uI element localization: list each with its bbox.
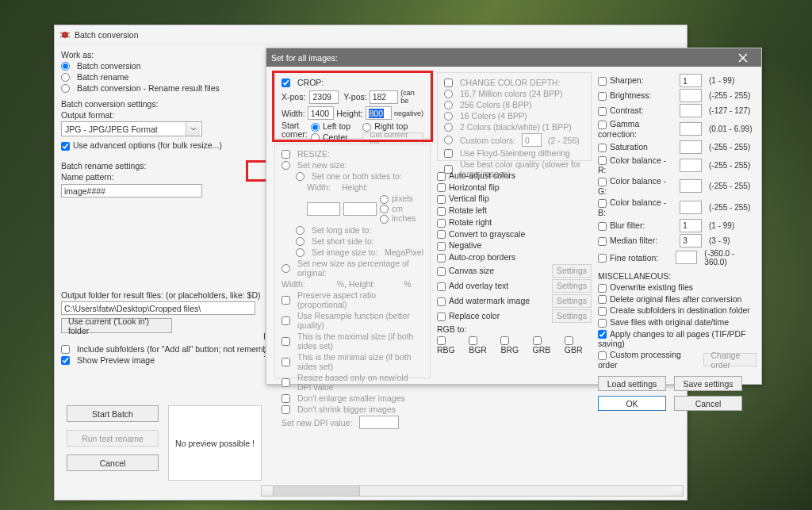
filter-val-3[interactable] (680, 122, 702, 136)
chk-filter-10[interactable]: Fine rotation: (598, 253, 672, 263)
preview-box: No preview possible ! (168, 405, 262, 481)
set-for-all-window: Set for all images: CROP: X-pos: 2309 Y-… (266, 48, 762, 385)
chk-filter-2[interactable]: Contrast: (598, 105, 676, 116)
chk-rgb-GRB[interactable]: GRB (533, 336, 560, 355)
settings-button-8: Settings (552, 264, 592, 278)
filter-val-4[interactable] (680, 140, 702, 154)
scroll-thumb[interactable] (273, 486, 360, 496)
run-test-button: Run test rename (67, 430, 159, 447)
name-pattern-input[interactable]: image#### (61, 184, 202, 197)
chk-misc2-1[interactable]: Delete original files after conversion (598, 294, 741, 305)
chk-misc-0[interactable]: Auto-adjust colors (437, 171, 515, 181)
resize-h (343, 202, 377, 216)
resize-w (307, 202, 340, 216)
crop-ypos-input[interactable]: 182 (370, 90, 399, 104)
chevron-down-icon (186, 122, 200, 136)
chk-filter-6[interactable]: Color balance - G: (598, 176, 676, 196)
chk-misc-11[interactable]: Replace color (437, 311, 500, 321)
cancel-button[interactable]: Cancel (674, 396, 742, 411)
chk-misc2-3[interactable]: Save files with original date/time (598, 317, 729, 328)
chk-misc-10[interactable]: Add watermark image (437, 296, 530, 306)
crop-group: CROP: X-pos: 2309 Y-pos: 182 (can be Wid… (274, 72, 431, 139)
chk-misc-4[interactable]: Rotate right (437, 217, 492, 228)
ccd-group: CHANGE COLOR DEPTH: 16,7 Million colors … (437, 72, 592, 161)
chk-filter-3[interactable]: Gamma correction: (598, 119, 676, 139)
resize-group: RESIZE: Set new size: Set one or both si… (274, 144, 431, 378)
filter-val-5[interactable] (680, 159, 702, 172)
r-newsize: Set new size: (282, 160, 423, 170)
chk-rgb-RBG[interactable]: RBG (437, 336, 464, 355)
use-current-folder-button[interactable]: Use current ('Look in') folder (61, 318, 172, 333)
chk-misc-2[interactable]: Vertical flip (437, 194, 489, 204)
titlebar-setforall[interactable]: Set for all images: (266, 48, 761, 67)
app-icon (59, 29, 71, 40)
crop-height-input[interactable]: 800 (366, 106, 392, 120)
chk-filter-5[interactable]: Color balance - R: (598, 155, 676, 175)
filter-val-0[interactable]: 1 (680, 74, 702, 87)
close-icon[interactable] (730, 48, 756, 67)
output-folder-input[interactable]: C:\Users\fatw\Desktop\Cropped files\ (61, 301, 255, 315)
chk-misc-7[interactable]: Auto-crop borders (437, 252, 515, 263)
crop-width-input[interactable]: 1400 (308, 106, 334, 120)
chk-filter-4[interactable]: Saturation (598, 142, 676, 152)
corner-lt[interactable]: Left top (311, 121, 359, 132)
crop-xpos-input[interactable]: 2309 (309, 90, 339, 104)
chk-crop[interactable]: CROP: (282, 78, 423, 87)
dpi-input[interactable] (359, 416, 399, 429)
scroll-left-icon[interactable] (262, 486, 273, 496)
chk-misc-8[interactable]: Canvas size (437, 266, 494, 276)
chk-rgb-BGR[interactable]: BGR (469, 336, 496, 355)
setforall-title: Set for all images: (271, 53, 338, 63)
start-batch-button[interactable]: Start Batch (67, 405, 159, 422)
filter-val-2[interactable] (680, 104, 702, 117)
svg-point-0 (62, 32, 68, 38)
chk-misc2-0[interactable]: Overwrite existing files (598, 282, 693, 293)
chk-use-advanced[interactable]: Use advanced options (for bulk resize...… (61, 140, 222, 151)
chk-filter-9[interactable]: Median filter: (598, 236, 676, 246)
titlebar-batch[interactable]: Batch conversion (55, 25, 687, 44)
filter-val-9[interactable]: 3 (680, 234, 702, 247)
batch-title: Batch conversion (75, 30, 139, 40)
misc-ops-column: Auto-adjust colorsHorizontal flipVertica… (437, 169, 592, 356)
output-format-select[interactable]: JPG - JPG/JPEG Format (61, 121, 202, 136)
cancel-batch-button[interactable]: Cancel (67, 454, 159, 471)
filter-val-8[interactable]: 1 (680, 219, 702, 232)
scroll-right-icon[interactable] (672, 486, 683, 496)
settings-button-10: Settings (552, 294, 592, 308)
settings-button-11: Settings (552, 309, 592, 323)
filter-val-10[interactable] (676, 251, 697, 264)
chk-rgb-GBR[interactable]: GBR (565, 336, 592, 355)
save-settings-button[interactable]: Save settings (674, 376, 742, 391)
chk-filter-8[interactable]: Blur filter: (598, 220, 676, 231)
chk-misc2-2[interactable]: Create subfolders in destination folder (598, 305, 750, 316)
filter-val-7[interactable] (680, 201, 702, 214)
filter-column: Sharpen:1(1 - 99)Brightness:(-255 - 255)… (598, 72, 756, 412)
ok-button[interactable]: OK (598, 396, 666, 411)
chk-misc-5[interactable]: Convert to grayscale (437, 229, 525, 240)
chk-misc-3[interactable]: Rotate left (437, 205, 487, 216)
chk-rgb-BRG[interactable]: BRG (500, 336, 527, 355)
chk-filter-1[interactable]: Brightness: (598, 90, 676, 101)
chk-filter-7[interactable]: Color balance - B: (598, 197, 676, 217)
filter-val-6[interactable] (680, 179, 702, 193)
filter-val-1[interactable] (680, 89, 702, 102)
misc-label: MISCELLANEOUS: (598, 271, 756, 281)
load-settings-button[interactable]: Load settings (598, 376, 666, 391)
chk-resize[interactable]: RESIZE: (282, 149, 423, 159)
chk-misc2-5[interactable]: Custom processing order (598, 350, 695, 370)
chk-misc-1[interactable]: Horizontal flip (437, 182, 500, 193)
chk-misc-6[interactable]: Negative (437, 240, 481, 251)
chk-ccd[interactable]: CHANGE COLOR DEPTH: (444, 78, 584, 87)
chk-filter-0[interactable]: Sharpen: (598, 75, 676, 86)
settings-button-9: Settings (552, 279, 592, 293)
chk-misc-9[interactable]: Add overlay text (437, 281, 508, 291)
chk-misc2-4[interactable]: Apply changes to all pages (TIF/PDF savi… (598, 329, 756, 349)
change-order-button: Change order (703, 353, 756, 366)
horizontal-scrollbar[interactable] (261, 485, 684, 497)
